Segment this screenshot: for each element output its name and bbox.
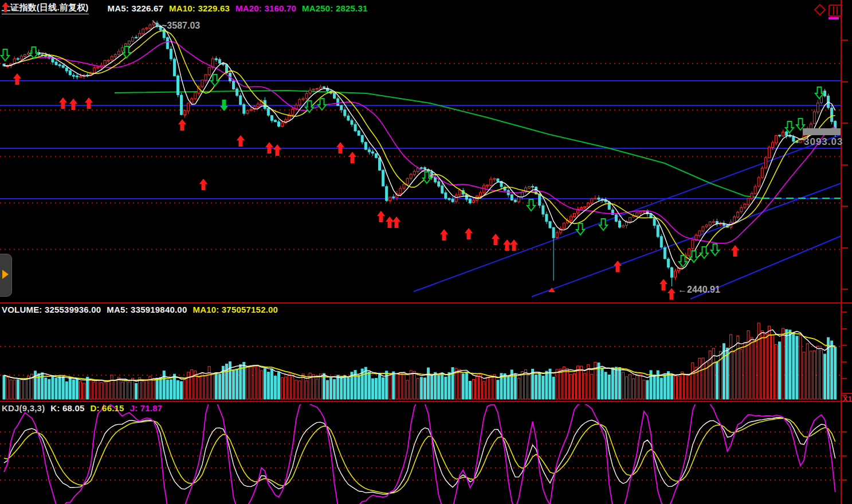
kdj-k-label: K: 68.05 [50,403,84,413]
chart-header-legend: 上证指数(日线.前复权) MA5: 3226.67 MA10: 3229.63 … [2,2,368,14]
ma10-legend: MA10: 3229.63 [169,3,230,13]
volume-scale-label[interactable]: X1 [843,395,852,403]
trend-lines[interactable] [414,135,841,299]
kdj-legend: KDJ(9,3,3) K: 68.05 D: 66.15 J: 71.87 [2,403,162,413]
kdj-j-label: J: 71.87 [130,403,163,413]
kdj-d-label: D: 66.15 [91,403,124,413]
price-gridlines [0,64,841,250]
ma5-legend: MA5: 3226.67 [108,3,163,13]
up-trend-icon [95,3,102,13]
symbol-title[interactable]: 上证指数(日线.前复权) [2,2,89,14]
candles-layer [3,20,837,286]
kdj-pane[interactable] [0,397,841,504]
volume-bars [3,323,837,399]
multi-pane-icon [829,5,842,16]
last-price-label: 3093.03 [804,136,843,148]
volume-legend: VOLUME: 325539936.00 MA5: 335919840.00 M… [2,305,278,314]
volume-pane[interactable] [0,323,841,399]
toolbar-icons-svg [815,5,842,19]
expand-right-icon [2,270,9,279]
peak-price-label: ~3587.03 [162,21,200,31]
buy-sell-signals [1,46,823,300]
main-chart[interactable] [0,0,852,504]
diamond-icon [815,5,825,15]
magenta-marker [829,17,839,19]
ma250-legend: MA250: 2825.31 [302,3,368,13]
volume-gridlines [0,346,841,375]
ma-lines-layer [4,26,835,269]
main-price-pane[interactable] [0,20,841,300]
kdj-lines [4,397,835,504]
volume-value-label: VOLUME: 325539936.00 [2,305,101,314]
kdj-gridlines [0,432,841,480]
sidebar-expand-handle[interactable] [0,254,12,297]
volume-ma10-label: MA10: 375057152.00 [193,305,278,314]
volume-ma5-label: MA5: 335919840.00 [107,305,187,314]
ma20-legend: MA20: 3160.70 [235,3,296,13]
trading-app-window: 上证指数(日线.前复权) MA5: 3226.67 MA10: 3229.63 … [0,0,852,504]
price-annotations [152,21,841,135]
trough-price-label: ←2440.91 [678,285,720,295]
kdj-indicator-label[interactable]: KDJ(9,3,3) [2,403,45,413]
